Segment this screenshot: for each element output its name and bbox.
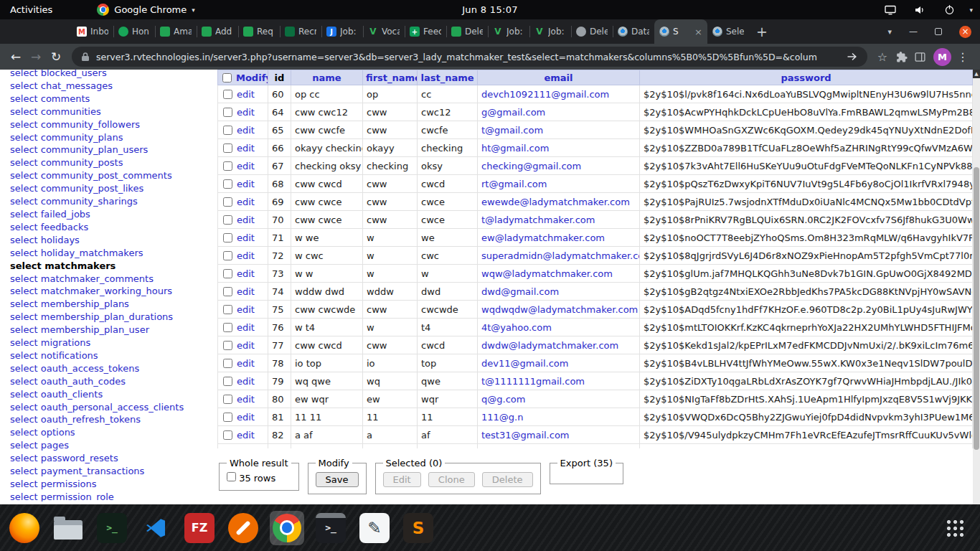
dock-item-filezilla[interactable]: FZ bbox=[182, 511, 217, 545]
browser-tab[interactable]: VJob: bbox=[488, 19, 529, 44]
column-sort-link[interactable]: name bbox=[312, 72, 341, 83]
edit-link[interactable]: edit bbox=[237, 125, 255, 136]
edit-link[interactable]: edit bbox=[237, 197, 255, 207]
sidebar-item[interactable]: select holidays bbox=[10, 234, 217, 247]
page-scrollbar[interactable]: ▲ bbox=[973, 70, 980, 504]
browser-tab[interactable]: S× bbox=[654, 19, 707, 44]
email-link[interactable]: checking@gmail.com bbox=[481, 161, 581, 171]
dock-item-vscode[interactable] bbox=[138, 511, 173, 545]
clock[interactable]: Jun 8 15:07 bbox=[462, 4, 518, 15]
edit-link[interactable]: edit bbox=[237, 322, 255, 333]
sidebar-item[interactable]: select communities bbox=[10, 105, 217, 118]
edit-link[interactable]: edit bbox=[237, 232, 255, 243]
row-checkbox[interactable] bbox=[223, 90, 232, 99]
browser-tab[interactable]: VJob: bbox=[529, 19, 571, 44]
sidebar-item[interactable]: select migrations bbox=[10, 336, 217, 349]
tab-close-icon[interactable]: × bbox=[694, 27, 702, 37]
column-sort-link[interactable]: first_name bbox=[366, 72, 418, 83]
volume-icon[interactable] bbox=[910, 4, 929, 16]
email-link[interactable]: rt@gmail.com bbox=[481, 179, 547, 189]
row-checkbox[interactable] bbox=[223, 108, 232, 117]
browser-tab[interactable]: Sele bbox=[707, 19, 749, 44]
email-link[interactable]: wqdwqdw@ladymatchmaker.com bbox=[481, 304, 638, 315]
edit-link[interactable]: edit bbox=[237, 430, 255, 441]
dock-item-terminal-dark[interactable]: >_ bbox=[95, 511, 129, 545]
row-checkbox[interactable] bbox=[223, 341, 232, 350]
sidebar-item[interactable]: select permission_role bbox=[10, 491, 217, 501]
row-checkbox[interactable] bbox=[223, 215, 232, 225]
email-link[interactable]: dwd@gmail.com bbox=[481, 286, 559, 297]
sidebar-item[interactable]: select oauth_refresh_tokens bbox=[10, 413, 217, 426]
select-all-checkbox[interactable] bbox=[222, 73, 232, 83]
row-checkbox[interactable] bbox=[223, 197, 232, 207]
email-link[interactable]: g@gmail.com bbox=[481, 107, 545, 118]
edit-link[interactable]: edit bbox=[237, 412, 255, 423]
email-link[interactable]: 4t@yahoo.com bbox=[481, 322, 552, 333]
column-header-email[interactable]: email bbox=[478, 70, 640, 85]
sidebar-item[interactable]: select blocked_users bbox=[10, 70, 217, 80]
browser-tab[interactable]: Hon bbox=[113, 19, 155, 44]
row-checkbox[interactable] bbox=[223, 269, 232, 278]
new-tab-button[interactable]: + bbox=[756, 25, 768, 39]
side-panel-icon[interactable] bbox=[910, 51, 929, 63]
sidebar-item[interactable]: select membership_plan_durations bbox=[10, 311, 217, 324]
row-checkbox[interactable] bbox=[223, 323, 232, 332]
email-link[interactable]: dev11@gmail.com bbox=[481, 358, 569, 369]
sidebar-item[interactable]: select matchmakers bbox=[10, 260, 217, 273]
edit-link[interactable]: edit bbox=[237, 89, 255, 100]
sidebar-item[interactable]: select pages bbox=[10, 439, 217, 452]
sidebar-item[interactable]: select community_followers bbox=[10, 118, 217, 131]
email-link[interactable]: superadmidn@ladymatchmaker.com bbox=[481, 250, 640, 261]
sidebar-item[interactable]: select payment_transactions bbox=[10, 465, 217, 478]
column-sort-link[interactable]: last_name bbox=[420, 72, 473, 83]
row-checkbox[interactable] bbox=[223, 305, 232, 314]
dock-item-text-editor[interactable]: ✎ bbox=[357, 511, 392, 545]
email-link[interactable]: wqw@ladymatchmaker.com bbox=[481, 268, 613, 279]
browser-tab[interactable]: JJob: bbox=[321, 19, 363, 44]
dock-item-sublime[interactable]: S bbox=[401, 511, 435, 545]
edit-link[interactable]: edit bbox=[237, 179, 255, 189]
scrollbar-thumb[interactable] bbox=[974, 167, 979, 450]
sidebar-item[interactable]: select oauth_personal_access_clients bbox=[10, 401, 217, 414]
sidebar-item[interactable]: select community_post_comments bbox=[10, 169, 217, 182]
sidebar-item[interactable]: select community_sharings bbox=[10, 195, 217, 208]
edit-link[interactable]: edit bbox=[237, 215, 255, 225]
profile-avatar[interactable]: M bbox=[933, 48, 951, 66]
send-arrow-icon[interactable] bbox=[847, 51, 858, 62]
save-button[interactable]: Save bbox=[316, 472, 359, 487]
menu-kebab-icon[interactable]: ⋮ bbox=[957, 50, 969, 64]
minimize-button[interactable]: — bbox=[909, 27, 918, 37]
row-checkbox[interactable] bbox=[223, 126, 232, 135]
browser-tab[interactable]: +Feec bbox=[405, 19, 446, 44]
edit-link[interactable]: edit bbox=[237, 394, 255, 405]
edit-link[interactable]: edit bbox=[237, 376, 255, 387]
sidebar-item[interactable]: select options bbox=[10, 426, 217, 439]
show-applications-grid-icon[interactable] bbox=[946, 519, 964, 537]
row-checkbox[interactable] bbox=[223, 161, 232, 171]
browser-tab[interactable]: MInbo bbox=[72, 19, 113, 44]
edit-link[interactable]: edit bbox=[237, 268, 255, 279]
sidebar-item[interactable]: select community_plan_users bbox=[10, 143, 217, 156]
sidebar-item[interactable]: select oauth_auth_codes bbox=[10, 375, 217, 388]
email-link[interactable]: t@1111111gmail.com bbox=[481, 376, 585, 387]
back-button[interactable]: ← bbox=[6, 47, 26, 67]
edit-link[interactable]: edit bbox=[237, 250, 255, 261]
scroll-up-arrow-icon[interactable]: ▲ bbox=[973, 70, 980, 78]
edit-link[interactable]: edit bbox=[237, 358, 255, 369]
sidebar-item[interactable]: select comments bbox=[10, 93, 217, 105]
whole-result-checkbox[interactable] bbox=[227, 472, 236, 481]
email-link[interactable]: ew@ladymatchmaker.com bbox=[481, 232, 605, 243]
email-link[interactable]: test31@gmail.com bbox=[481, 430, 570, 441]
row-checkbox[interactable] bbox=[223, 287, 232, 296]
column-header-first_name[interactable]: first_name bbox=[363, 70, 418, 85]
email-link[interactable]: 111@g.n bbox=[481, 412, 523, 423]
row-checkbox[interactable] bbox=[223, 413, 232, 422]
edit-link[interactable]: edit bbox=[237, 286, 255, 297]
column-header-password[interactable]: password bbox=[640, 70, 973, 85]
column-header-name[interactable]: name bbox=[291, 70, 363, 85]
browser-tab[interactable]: Dele bbox=[571, 19, 613, 44]
sidebar-item[interactable]: select matchmaker_working_hours bbox=[10, 285, 217, 298]
row-checkbox[interactable] bbox=[223, 377, 232, 386]
sidebar-item[interactable]: select notifications bbox=[10, 349, 217, 362]
edit-link[interactable]: edit bbox=[237, 161, 255, 171]
